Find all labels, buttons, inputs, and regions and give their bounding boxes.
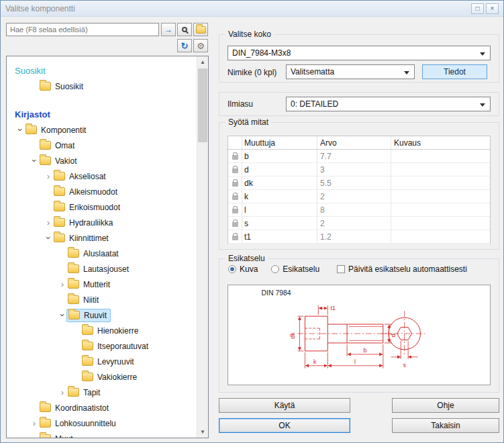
folder-icon [68,388,79,397]
folder-icon [40,403,51,412]
variable-name: b [242,150,317,162]
variable-name: l [242,203,317,216]
appearance-select[interactable]: 0: DETAILED [286,97,491,111]
tree-item[interactable]: Erikoismuodot [7,199,197,215]
settings-button[interactable]: ⚙ [193,39,208,52]
tree-item-label: Vakiokierre [97,373,137,382]
tree-item[interactable]: Kiinnittimet [7,230,197,246]
restore-button[interactable]: □ [471,3,484,14]
tree-item[interactable]: Hienokierre [7,323,197,338]
search-input[interactable] [6,23,159,36]
tree-item[interactable]: Omat [7,138,197,153]
tree-item[interactable]: Levyruuvit [7,354,197,369]
tree-item[interactable]: Akseliosat [7,168,197,184]
folder-icon [82,342,93,350]
help-button[interactable]: Ohje [392,398,499,413]
tree-item-label: Muut [55,434,73,438]
variable-value[interactable]: 5.5 [317,177,391,189]
table-row[interactable]: k2 [228,190,490,203]
favorites-header[interactable]: Suosikit [7,63,197,79]
table-row[interactable]: b7.7 [228,150,490,163]
variable-name: dk [242,177,317,189]
tree-item[interactable]: Hydrauliikka [7,215,197,230]
appearance-label: Ilmiasu [228,99,253,109]
details-button[interactable]: Tiedot [422,64,487,79]
preview-radio-label: Esikatselu [283,264,319,274]
variable-desc [391,150,490,162]
chevron-right-icon[interactable] [29,419,40,428]
tree-item-label: Itseporautuvat [97,342,148,351]
auto-update-checkbox-label: Päivitä esikatselu automaattisesti [348,264,467,274]
table-row[interactable]: d3 [228,163,490,177]
tree-scrollbar[interactable]: ▲ ▼ [197,56,208,438]
back-button[interactable]: Takaisin [392,418,499,433]
arrow-right-icon: → [164,25,172,34]
variable-value[interactable]: 3 [317,163,391,176]
variable-value[interactable]: 2 [317,217,391,230]
libraries-header[interactable]: Kirjastot [7,106,197,122]
browse-folders-button[interactable] [193,23,208,36]
chevron-right-icon[interactable] [29,434,40,438]
tree-item[interactable]: Tapit [7,385,197,400]
chevron-right-icon[interactable] [57,388,68,397]
chevron-down-icon[interactable] [16,125,25,136]
size-group: Valitse koko DIN_7984-M3x8 Nimike (0 kpl… [219,34,499,83]
select-component-dialog: Valitse komponentti □ × → ↻ ⚙ Suosikit S… [0,0,504,443]
chevron-down-icon[interactable] [58,310,67,321]
tree-item[interactable]: Mutterit [7,277,197,292]
variable-desc [391,177,490,189]
tree-item-ruuvit[interactable]: Ruuvit [7,307,197,323]
selected-tree-item[interactable]: Ruuvit [66,309,111,322]
tree-item[interactable]: Koordinaatistot [7,400,197,415]
auto-update-checkbox[interactable] [337,265,345,273]
table-row[interactable]: l8 [228,203,490,217]
item-select[interactable]: Valitsematta [286,64,415,79]
dim-label-b: b [363,347,366,354]
tree-item-label: Vakiot [55,156,77,166]
tree-item[interactable]: Itseporautuvat [7,338,197,354]
variable-value[interactable]: 8 [317,203,391,216]
folder-icon [40,141,51,150]
tree-item[interactable]: Komponentit [7,122,197,138]
table-row[interactable]: t11.2 [228,230,490,244]
refresh-icon: ↻ [181,41,189,51]
scrollbar-thumb[interactable] [198,68,207,142]
table-row[interactable]: s2 [228,217,490,230]
search-button[interactable] [177,23,192,36]
tree-item[interactable]: Niitit [7,292,197,307]
refresh-button[interactable]: ↻ [177,39,192,52]
folder-icon [68,280,79,289]
chevron-down-icon[interactable] [30,156,39,166]
tree-item[interactable]: Vakiot [7,153,197,168]
close-button[interactable]: × [486,3,499,14]
variable-desc [391,163,490,176]
tree-item[interactable]: Aluslaatat [7,246,197,261]
image-radio[interactable] [228,265,236,273]
lock-icon [232,182,238,187]
tree-item-label: Tapit [83,388,100,397]
title-bar[interactable]: Valitse komponentti □ × [1,1,503,17]
scroll-up-icon[interactable]: ▲ [197,56,208,68]
variable-value[interactable]: 1.2 [317,230,391,243]
table-row[interactable]: dk5.5 [228,177,490,190]
preview-radio[interactable] [271,265,279,273]
tree-item[interactable]: Muut [7,431,197,438]
apply-button[interactable]: Käytä [219,398,350,413]
tree-item-label: Lohkosuunnittelu [55,419,116,428]
tree-item[interactable]: Alkeismuodot [7,184,197,199]
chevron-down-icon[interactable] [44,233,53,244]
chevron-right-icon[interactable] [43,172,54,181]
chevron-right-icon[interactable] [43,218,54,227]
tree-item[interactable]: Suosikit [7,79,197,94]
column-header: Arvo [317,136,391,149]
tree-item[interactable]: Lohkosuunnittelu [7,415,197,431]
tree-item[interactable]: Lautasjouset [7,261,197,277]
chevron-right-icon[interactable] [57,280,68,289]
variable-value[interactable]: 7.7 [317,150,391,162]
ok-button[interactable]: OK [219,418,350,433]
size-select[interactable]: DIN_7984-M3x8 [228,46,491,60]
tree-item[interactable]: Vakiokierre [7,369,197,385]
variable-value[interactable]: 2 [317,190,391,203]
scroll-down-icon[interactable]: ▼ [197,426,208,438]
go-button[interactable]: → [161,23,176,36]
